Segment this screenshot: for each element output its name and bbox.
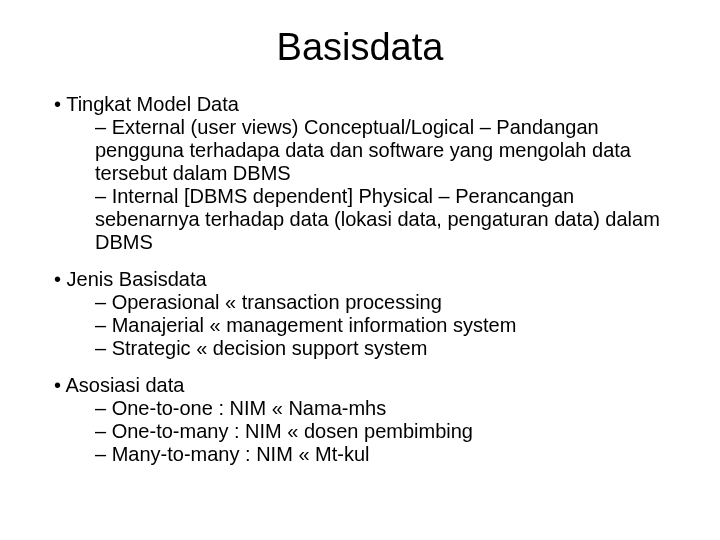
bullet-item: – Manajerial « management information sy… [40, 314, 680, 337]
bullet-item: – One-to-one : NIM « Nama-mhs [40, 397, 680, 420]
bullet-heading: • Asosiasi data [40, 374, 680, 397]
section-2: • Jenis Basisdata – Operasional « transa… [40, 268, 680, 360]
bullet-item: – Operasional « transaction processing [40, 291, 680, 314]
bullet-item: – Strategic « decision support system [40, 337, 680, 360]
bullet-item: – Many-to-many : NIM « Mt-kul [40, 443, 680, 466]
bullet-item: – One-to-many : NIM « dosen pembimbing [40, 420, 680, 443]
slide: Basisdata • Tingkat Model Data – Externa… [0, 0, 720, 540]
section-1: • Tingkat Model Data – External (user vi… [40, 93, 680, 254]
bullet-heading: • Tingkat Model Data [40, 93, 680, 116]
bullet-item: – Internal [DBMS dependent] Physical – P… [40, 185, 680, 254]
slide-body: • Tingkat Model Data – External (user vi… [40, 93, 680, 466]
bullet-heading: • Jenis Basisdata [40, 268, 680, 291]
section-3: • Asosiasi data – One-to-one : NIM « Nam… [40, 374, 680, 466]
slide-title: Basisdata [40, 26, 680, 69]
bullet-item: – External (user views) Conceptual/Logic… [40, 116, 680, 185]
